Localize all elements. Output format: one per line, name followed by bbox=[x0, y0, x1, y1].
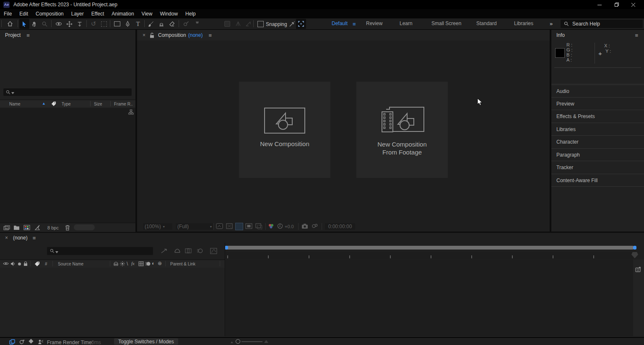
panel-preview[interactable]: Preview bbox=[551, 97, 644, 110]
column-size[interactable]: Size bbox=[94, 102, 102, 106]
camera-tool-icon[interactable] bbox=[99, 19, 109, 29]
type-tool-icon[interactable]: T bbox=[133, 19, 143, 29]
home-icon[interactable] bbox=[5, 19, 15, 29]
column-frame-rate[interactable]: Frame R.. bbox=[114, 102, 132, 106]
3d-layer-icon[interactable]: ⊕ bbox=[158, 260, 162, 266]
video-eye-icon[interactable] bbox=[3, 262, 9, 265]
thumbnail-slider[interactable] bbox=[74, 224, 95, 230]
label-color-icon[interactable] bbox=[51, 101, 56, 106]
bit-depth-label[interactable]: 8 bpc bbox=[47, 225, 59, 230]
column-number[interactable]: # bbox=[45, 262, 47, 266]
hand-tool-icon[interactable] bbox=[29, 19, 39, 29]
column-type[interactable]: Type bbox=[62, 102, 71, 106]
fx-icon[interactable]: fx bbox=[131, 261, 135, 266]
time-ruler[interactable] bbox=[226, 252, 633, 259]
column-parent-link[interactable]: Parent & Link bbox=[170, 262, 195, 266]
roto-brush-tool-icon[interactable] bbox=[181, 19, 191, 29]
motion-blur-icon[interactable] bbox=[197, 248, 203, 254]
timeline-panel-menu-icon[interactable]: ≡ bbox=[33, 235, 36, 241]
toggle-mask-icon[interactable] bbox=[226, 223, 233, 229]
comp-button-icon[interactable] bbox=[635, 266, 641, 272]
selection-tool-icon[interactable] bbox=[19, 19, 29, 29]
workspace-tab-libraries[interactable]: Libraries bbox=[514, 21, 533, 26]
panel-libraries[interactable]: Libraries bbox=[551, 123, 644, 136]
composition-mini-flowchart-icon[interactable] bbox=[161, 248, 168, 254]
project-item-list[interactable] bbox=[0, 108, 135, 223]
project-panel-title[interactable]: Project bbox=[5, 32, 21, 38]
region-of-interest-icon[interactable] bbox=[296, 19, 306, 29]
exposure-icon[interactable] bbox=[277, 223, 283, 229]
layer-switches-pane-icon[interactable] bbox=[9, 339, 15, 345]
toggle-switches-modes-button[interactable]: Toggle Switches / Modes bbox=[114, 338, 178, 345]
project-panel-menu-icon[interactable]: ≡ bbox=[26, 32, 30, 39]
pan-camera-tool-icon[interactable] bbox=[64, 19, 74, 29]
audio-speaker-icon[interactable] bbox=[10, 261, 16, 266]
snapping-checkbox[interactable] bbox=[257, 21, 264, 27]
snapshot-camera-icon[interactable] bbox=[301, 223, 308, 229]
exposure-value[interactable]: +0.0 bbox=[285, 224, 294, 229]
workspace-tab-default[interactable]: Default bbox=[332, 21, 348, 26]
frame-blend-icon[interactable] bbox=[138, 261, 144, 266]
panel-paragraph[interactable]: Paragraph bbox=[551, 148, 644, 161]
unlock-icon[interactable] bbox=[150, 33, 154, 38]
solo-icon[interactable] bbox=[18, 263, 21, 265]
time-navigator-bar[interactable] bbox=[226, 246, 634, 250]
orbit-camera-tool-icon[interactable] bbox=[54, 19, 64, 29]
pen-tool-icon[interactable] bbox=[122, 19, 132, 29]
timeline-zoom-slider-track[interactable] bbox=[242, 341, 262, 342]
trash-icon[interactable] bbox=[65, 225, 70, 231]
sort-ascending-icon[interactable]: ▲ bbox=[42, 101, 46, 106]
column-name[interactable]: Name bbox=[9, 102, 21, 106]
composition-tab-label[interactable]: Composition bbox=[158, 32, 186, 38]
project-search-input[interactable] bbox=[3, 88, 132, 96]
maximize-button[interactable] bbox=[608, 0, 625, 9]
minimize-button[interactable] bbox=[591, 0, 608, 9]
info-panel-title[interactable]: Info bbox=[556, 32, 565, 38]
zoom-out-mountain-icon[interactable] bbox=[230, 341, 234, 344]
draft-3d-icon[interactable] bbox=[174, 248, 181, 254]
rotation-tool-icon[interactable]: ↺ bbox=[88, 19, 99, 29]
menu-layer[interactable]: Layer bbox=[68, 11, 88, 17]
workspace-tab-review[interactable]: Review bbox=[366, 21, 382, 26]
panel-audio[interactable]: Audio bbox=[551, 85, 644, 98]
workspace-tab-small-screen[interactable]: Small Screen bbox=[431, 21, 461, 26]
brush-tool-icon[interactable] bbox=[146, 19, 156, 29]
puppet-pin-tool-icon[interactable] bbox=[192, 19, 202, 29]
timeline-tab-label[interactable]: (none) bbox=[13, 235, 28, 241]
menu-file[interactable]: File bbox=[0, 11, 16, 17]
preview-quality-icon[interactable] bbox=[235, 223, 243, 230]
lock-icon[interactable] bbox=[23, 261, 28, 266]
timeline-tab-close-icon[interactable]: × bbox=[5, 235, 8, 241]
workspace-tab-standard[interactable]: Standard bbox=[476, 21, 497, 26]
render-time-pane-icon[interactable] bbox=[38, 339, 44, 345]
panel-effects-presets[interactable]: Effects & Presets bbox=[551, 110, 644, 123]
menu-animation[interactable]: Animation bbox=[108, 11, 138, 17]
graph-editor-icon[interactable] bbox=[210, 248, 217, 254]
new-folder-icon[interactable] bbox=[13, 225, 20, 230]
region-of-interest-button-icon[interactable] bbox=[245, 223, 252, 229]
zoom-tool-icon[interactable] bbox=[39, 19, 49, 29]
label-color-icon[interactable] bbox=[34, 261, 40, 267]
menu-help[interactable]: Help bbox=[182, 11, 200, 17]
comp-marker-bin-icon[interactable] bbox=[631, 252, 638, 258]
search-help-box[interactable]: Search Help bbox=[561, 20, 643, 28]
preview-timecode[interactable]: 0:00:00:00 bbox=[325, 223, 355, 230]
in-out-duration-pane-icon[interactable] bbox=[29, 340, 33, 343]
menu-composition[interactable]: Composition bbox=[32, 11, 68, 17]
channel-settings-icon[interactable] bbox=[268, 223, 274, 229]
toggle-guides-icon[interactable] bbox=[255, 223, 262, 229]
column-source-name[interactable]: Source Name bbox=[58, 262, 83, 266]
adjustment-layer-icon[interactable]: ◐ bbox=[152, 260, 155, 266]
track-lanes-area[interactable] bbox=[226, 260, 633, 336]
time-navigator-end-handle[interactable] bbox=[633, 246, 636, 250]
workspace-tab-learn[interactable]: Learn bbox=[400, 21, 413, 26]
timeline-search-input[interactable] bbox=[47, 247, 153, 255]
clone-stamp-tool-icon[interactable] bbox=[156, 19, 166, 29]
resolution-dropdown[interactable]: (Full)▾ bbox=[176, 223, 213, 230]
timeline-zoom-slider-knob[interactable] bbox=[236, 339, 240, 344]
project-settings-icon[interactable] bbox=[34, 224, 40, 231]
panel-character[interactable]: Character bbox=[551, 135, 644, 148]
frame-blending-icon[interactable] bbox=[185, 248, 192, 254]
new-composition-icon[interactable] bbox=[23, 225, 30, 230]
panel-tracker[interactable]: Tracker bbox=[551, 161, 644, 174]
